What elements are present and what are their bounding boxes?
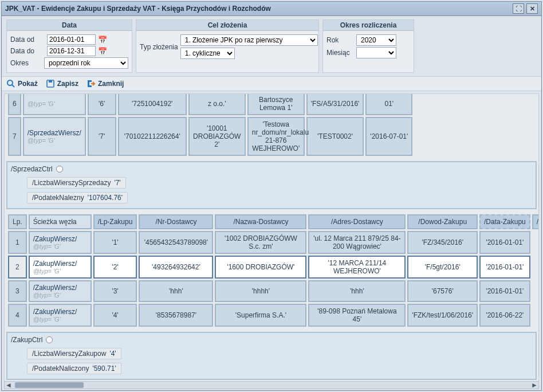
svg-point-0 xyxy=(7,80,13,85)
input-data-od[interactable] xyxy=(47,34,96,45)
select-okres[interactable]: poprzedni rok xyxy=(44,57,128,69)
zakup-header-row: Lp. Ścieżka węzła /Lp-Zakupu /Nr-Dostawc… xyxy=(8,214,539,229)
podatek-nalezny: /PodatekNalezny '107604.76' xyxy=(27,192,128,203)
zakup-row[interactable]: 4/ZakupWiersz/@typ= 'G''4''8535678987''S… xyxy=(8,304,539,327)
panel-data-header: Data xyxy=(7,20,132,31)
sprzedaz-row[interactable]: 7 /SprzedazWiersz/ @typ= 'G' '7' '701022… xyxy=(8,117,412,156)
liczba-wierszy-zakupow: /LiczbaWierszyZakupow '4' xyxy=(27,348,121,359)
sprzedaz-ctrl-label: /SprzedazCtrl xyxy=(11,165,53,173)
label-data-do: Data do xyxy=(10,47,45,55)
label-typ-zlozenia: Typ złożenia xyxy=(140,43,178,51)
podatek-naliczony: /PodatekNaliczony '590.71' xyxy=(27,363,121,374)
svg-line-1 xyxy=(12,85,14,87)
zakup-row[interactable]: 1/ZakupWiersz/@typ= 'G''1''4565432543789… xyxy=(8,231,539,254)
horizontal-scrollbar[interactable]: ◄ ► xyxy=(4,381,539,389)
zakup-ctrl-label: /ZakupCtrl xyxy=(11,336,42,344)
select-typ-zlozenia-1[interactable]: 1. Złożenie JPK po raz pierwszy xyxy=(180,34,318,46)
svg-rect-3 xyxy=(49,80,52,83)
select-typ-zlozenia-2[interactable]: 1. cykliczne xyxy=(180,48,235,59)
zakup-row[interactable]: 3/ZakupWiersz/@typ= 'G''3''hhh''hhhh''hh… xyxy=(8,280,539,302)
data-scroll-area[interactable]: 6 @typ= 'G' '6' '7251004192' z o.o.' Bar… xyxy=(4,93,539,388)
label-rok: Rok xyxy=(326,36,354,44)
label-miesiac: Miesiąc xyxy=(326,49,354,57)
zakup-ctrl-block: /ZakupCtrl /LiczbaWierszyZakupow '4' /Po… xyxy=(6,332,537,380)
calendar-icon[interactable]: 📅 xyxy=(98,36,107,44)
scroll-right-icon[interactable]: ► xyxy=(530,381,538,389)
sprzedaz-row-partial[interactable]: 6 @typ= 'G' '6' '7251004192' z o.o.' Bar… xyxy=(8,93,412,115)
input-data-do[interactable] xyxy=(47,46,96,56)
zakup-row[interactable]: 2/ZakupWiersz/@typ= 'G''2''493264932642'… xyxy=(8,256,539,279)
pokaz-button[interactable]: Pokaż xyxy=(6,79,38,88)
pokaz-label: Pokaż xyxy=(18,80,38,88)
label-okres: Okres xyxy=(10,59,42,67)
scroll-left-icon[interactable]: ◄ xyxy=(5,381,13,389)
save-icon xyxy=(46,79,55,88)
zapisz-label: Zapisz xyxy=(57,80,78,88)
maximize-button[interactable]: ⛶ xyxy=(513,3,524,14)
sprzedaz-ctrl-block: /SprzedazCtrl /LiczbaWierszySprzedazy '7… xyxy=(6,161,537,209)
radio-icon[interactable] xyxy=(46,336,53,343)
panel-cel-header: Cel złożenia xyxy=(136,20,318,31)
liczba-wierszy-sprzedazy: /LiczbaWierszySprzedazy '7' xyxy=(27,177,126,189)
select-miesiac[interactable] xyxy=(356,47,396,58)
label-data-od: Data od xyxy=(10,36,45,44)
close-button[interactable]: ✕ xyxy=(526,3,538,14)
radio-icon[interactable] xyxy=(56,166,63,173)
exit-icon xyxy=(86,79,96,88)
scrollbar-thumb[interactable] xyxy=(15,382,84,388)
titlebar: JPK_VAT - Ewidencje Zakupu i Sprzedaży V… xyxy=(2,2,541,16)
calendar-icon[interactable]: 📅 xyxy=(98,47,107,56)
zapisz-button[interactable]: Zapisz xyxy=(46,79,78,88)
zamknij-label: Zamknij xyxy=(98,80,124,88)
window-title: JPK_VAT - Ewidencje Zakupu i Sprzedaży V… xyxy=(5,5,271,13)
zamknij-button[interactable]: Zamknij xyxy=(86,79,124,88)
panel-okresrozl-header: Okres rozliczenia xyxy=(323,20,414,31)
search-icon xyxy=(6,79,15,88)
select-rok[interactable]: 2020 xyxy=(356,34,396,46)
